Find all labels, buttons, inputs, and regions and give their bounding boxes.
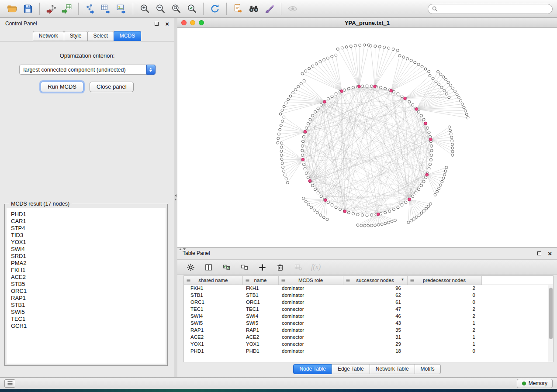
tab-motifs[interactable]: Motifs bbox=[415, 364, 441, 374]
mcds-node-item[interactable]: SWI4 bbox=[11, 246, 161, 253]
mcds-node-item[interactable]: CAR1 bbox=[11, 218, 161, 225]
tab-edge-table[interactable]: Edge Table bbox=[332, 364, 370, 374]
table-scrollbar[interactable] bbox=[548, 285, 553, 362]
table-row[interactable]: STB1STB1dominator620 bbox=[184, 292, 553, 299]
mcds-node-item[interactable]: YOX1 bbox=[11, 239, 161, 246]
mcds-node-item[interactable]: FKH1 bbox=[11, 267, 161, 274]
mcds-node-item[interactable]: SWI5 bbox=[11, 309, 161, 316]
shared-name-cell[interactable]: YOX1 bbox=[184, 340, 242, 347]
column-header-successor-nodes[interactable]: successor nodes▼ bbox=[343, 276, 407, 285]
name-cell[interactable]: SWI4 bbox=[242, 313, 278, 320]
zoom-in-button[interactable] bbox=[137, 1, 152, 16]
mcds-role-cell[interactable]: connector bbox=[278, 334, 343, 340]
network-window-titlebar[interactable]: YPA_prune.txt_1 bbox=[177, 18, 557, 28]
predecessor-nodes-cell[interactable]: 2 bbox=[407, 306, 481, 313]
export-table-button[interactable] bbox=[98, 1, 114, 16]
float-panel-icon[interactable] bbox=[537, 251, 541, 255]
table-row[interactable]: PHD1PHD1dominator180 bbox=[184, 347, 553, 354]
column-header-name[interactable]: name bbox=[242, 276, 278, 285]
node-table[interactable]: shared namenameMCDS rolesuccessor nodes▼… bbox=[183, 275, 554, 362]
mcds-result-list[interactable]: PHD1CAR1STP4TID3YOX1SWI4SRD1PMA2FKH1ACE2… bbox=[7, 208, 166, 364]
export-image-button[interactable] bbox=[114, 1, 129, 16]
shared-name-cell[interactable]: FKH1 bbox=[184, 285, 242, 292]
successor-nodes-cell[interactable]: 96 bbox=[343, 285, 407, 292]
successor-nodes-cell[interactable]: 43 bbox=[343, 320, 407, 327]
close-panel-icon[interactable]: × bbox=[165, 21, 169, 27]
mcds-role-cell[interactable]: connector bbox=[278, 320, 343, 327]
successor-nodes-cell[interactable]: 18 bbox=[343, 347, 407, 354]
name-cell[interactable]: STB1 bbox=[242, 292, 278, 299]
zoom-fit-button[interactable] bbox=[168, 1, 184, 16]
name-cell[interactable]: SWI5 bbox=[242, 320, 278, 327]
gear-button[interactable] bbox=[185, 262, 196, 272]
shared-name-cell[interactable]: SWI4 bbox=[184, 313, 242, 320]
show-graphics-button[interactable] bbox=[285, 1, 301, 16]
mcds-node-item[interactable]: STP4 bbox=[11, 225, 161, 232]
splitter-collapse-handles[interactable] bbox=[179, 248, 186, 250]
mcds-node-item[interactable]: SRD1 bbox=[11, 253, 161, 260]
table-row[interactable]: FKH1FKH1dominator962 bbox=[184, 285, 553, 292]
tab-network[interactable]: Network bbox=[33, 31, 64, 41]
successor-nodes-cell[interactable]: 29 bbox=[343, 340, 407, 347]
scrollbar-thumb[interactable] bbox=[549, 288, 553, 339]
shared-name-cell[interactable]: RAP1 bbox=[184, 327, 242, 334]
column-header-shared-name[interactable]: shared name bbox=[184, 276, 242, 285]
float-panel-icon[interactable] bbox=[155, 22, 159, 26]
tab-style[interactable]: Style bbox=[64, 31, 88, 41]
predecessor-nodes-cell[interactable]: 0 bbox=[407, 347, 481, 354]
window-zoom-button[interactable] bbox=[199, 20, 204, 25]
shared-name-cell[interactable]: SWI5 bbox=[184, 320, 242, 327]
window-close-button[interactable] bbox=[181, 20, 187, 25]
shared-name-cell[interactable]: TEC1 bbox=[184, 306, 242, 313]
predecessor-nodes-cell[interactable]: 0 bbox=[407, 292, 481, 299]
mcds-role-cell[interactable]: dominator bbox=[278, 292, 343, 299]
mcds-role-cell[interactable]: dominator bbox=[278, 299, 343, 306]
table-row[interactable]: ORC1ORC1dominator610 bbox=[184, 299, 553, 306]
predecessor-nodes-cell[interactable]: 2 bbox=[407, 285, 481, 292]
tab-select[interactable]: Select bbox=[87, 31, 114, 41]
mcds-node-item[interactable]: ACE2 bbox=[11, 274, 161, 281]
delete-row-button[interactable] bbox=[275, 262, 285, 272]
save-button[interactable] bbox=[20, 1, 36, 16]
delete-table-button[interactable] bbox=[293, 262, 303, 272]
open-folder-button[interactable] bbox=[4, 1, 20, 16]
network-graph[interactable] bbox=[177, 28, 557, 247]
name-cell[interactable]: RAP1 bbox=[242, 327, 278, 334]
column-header-mcds-role[interactable]: MCDS role bbox=[278, 276, 343, 285]
predecessor-nodes-cell[interactable]: 2 bbox=[407, 327, 481, 334]
name-cell[interactable]: ORC1 bbox=[242, 299, 278, 306]
table-row[interactable]: RAP1RAP1dominator352 bbox=[184, 327, 553, 334]
close-panel-button[interactable]: Close panel bbox=[90, 82, 134, 92]
window-minimize-button[interactable] bbox=[190, 20, 195, 25]
refresh-button[interactable] bbox=[207, 1, 223, 16]
mcds-node-item[interactable]: PHD1 bbox=[11, 211, 161, 218]
mcds-role-cell[interactable]: dominator bbox=[278, 313, 343, 320]
zoom-out-button[interactable] bbox=[152, 1, 168, 16]
shared-name-cell[interactable]: STB1 bbox=[184, 292, 242, 299]
table-row[interactable]: SWI5SWI5connector431 bbox=[184, 320, 553, 327]
name-cell[interactable]: ACE2 bbox=[242, 334, 278, 340]
name-cell[interactable]: YOX1 bbox=[242, 340, 278, 347]
predecessor-nodes-cell[interactable]: 1 bbox=[407, 334, 481, 340]
successor-nodes-cell[interactable]: 47 bbox=[343, 306, 407, 313]
export-network-button[interactable] bbox=[82, 1, 98, 16]
mcds-node-item[interactable]: TEC1 bbox=[11, 316, 161, 323]
successor-nodes-cell[interactable]: 35 bbox=[343, 327, 407, 334]
shared-name-cell[interactable]: PHD1 bbox=[184, 347, 242, 354]
clone-network-button[interactable] bbox=[230, 1, 246, 16]
name-cell[interactable]: TEC1 bbox=[242, 306, 278, 313]
add-row-button[interactable] bbox=[257, 262, 267, 272]
successor-nodes-cell[interactable]: 61 bbox=[343, 299, 407, 306]
predecessor-nodes-cell[interactable]: 1 bbox=[407, 340, 481, 347]
deselect-all-button[interactable] bbox=[239, 262, 249, 272]
tab-network-table[interactable]: Network Table bbox=[370, 364, 415, 374]
splitter-collapse-handles[interactable] bbox=[175, 194, 176, 201]
mcds-node-item[interactable]: GCR1 bbox=[11, 323, 161, 330]
predecessor-nodes-cell[interactable]: 2 bbox=[407, 313, 481, 320]
mcds-role-cell[interactable]: dominator bbox=[278, 327, 343, 334]
table-row[interactable]: ACE2ACE2connector311 bbox=[184, 334, 553, 340]
table-row[interactable]: YOX1YOX1connector291 bbox=[184, 340, 553, 347]
name-cell[interactable]: PHD1 bbox=[242, 347, 278, 354]
table-row[interactable]: TEC1TEC1connector472 bbox=[184, 306, 553, 313]
successor-nodes-cell[interactable]: 62 bbox=[343, 292, 407, 299]
